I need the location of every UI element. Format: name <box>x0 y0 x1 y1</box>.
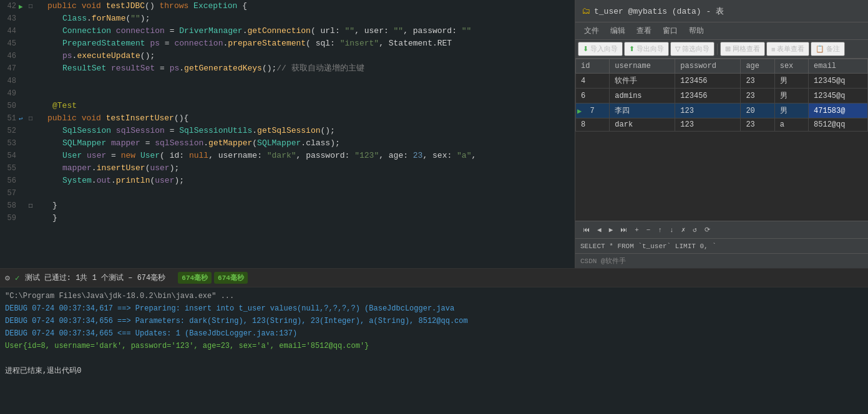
btn-filter[interactable]: ▽ 筛选向导 <box>670 42 714 56</box>
table-row[interactable]: ▶ 7 李四 123 20 男 471583@ <box>576 104 868 118</box>
cell-username: 软件手 <box>610 74 675 89</box>
cell-email: 12345@q <box>809 89 868 104</box>
nav-last[interactable]: ⏭ <box>618 225 630 234</box>
th-id[interactable]: id <box>576 59 610 74</box>
row-cursor-icon: ▶ <box>577 107 582 116</box>
line-num-49: 49 <box>0 89 19 98</box>
console-line-7: 进程已结束,退出代码0 <box>5 365 863 377</box>
menu-help[interactable]: 帮助 <box>684 24 709 37</box>
nav-next[interactable]: ▶ <box>607 225 616 234</box>
table-row[interactable]: 8 dark 123 23 a 8512@qq <box>576 118 868 132</box>
btn-import[interactable]: ⬇ 导入向导 <box>578 42 623 56</box>
menu-view[interactable]: 查看 <box>631 24 656 37</box>
db-title-icon: 🗂 <box>582 6 590 16</box>
menu-edit[interactable]: 编辑 <box>605 24 630 37</box>
grid-icon: ⊞ <box>725 45 731 53</box>
code-editor: 42 ▶ □ 43 44 <box>0 0 575 268</box>
cell-sex: a <box>774 118 808 132</box>
btn-filter-label: 筛选向导 <box>682 44 710 54</box>
gear-icon[interactable]: ⚙ <box>5 273 10 283</box>
gutter-line-50: 50 <box>0 100 37 112</box>
cell-id: 6 <box>576 89 610 104</box>
code-line-48 <box>42 75 575 87</box>
cell-id: 8 <box>576 118 610 132</box>
gutter-line-49: 49 <box>0 87 37 100</box>
cell-username: admins <box>610 89 675 104</box>
th-sex[interactable]: sex <box>774 59 808 74</box>
db-bottom-text: CSDN @软件手 <box>580 256 626 266</box>
btn-grid-view[interactable]: ⊞ 网格查看 <box>720 42 765 56</box>
timing-badge-1: 674毫秒 <box>178 272 212 284</box>
bookmark-58: □ <box>29 203 37 209</box>
cell-email: 8512@qq <box>809 118 868 132</box>
btn-note[interactable]: 📋 备注 <box>811 42 845 56</box>
cell-age: 23 <box>741 89 774 104</box>
code-line-46: ps.executeUpdate(); <box>42 50 575 62</box>
nav-add[interactable]: + <box>632 226 641 234</box>
db-table: id username password age sex email 4 软件手 <box>575 59 868 132</box>
line-gutter: 42 ▶ □ 43 44 <box>0 0 37 268</box>
nav-cancel[interactable]: ✗ <box>679 225 688 234</box>
menu-window[interactable]: 窗口 <box>658 24 683 37</box>
th-age[interactable]: age <box>741 59 774 74</box>
cell-sex: 男 <box>774 74 808 89</box>
form-icon: ≡ <box>771 46 775 53</box>
table-row[interactable]: 6 admins 123456 23 男 12345@q <box>576 89 868 104</box>
th-email[interactable]: email <box>809 59 868 74</box>
line-num-51: 51 <box>0 114 19 123</box>
code-content: 42 ▶ □ 43 44 <box>0 0 575 268</box>
gutter-line-57: 57 <box>0 187 37 200</box>
btn-form-view[interactable]: ≡ 表单查看 <box>766 42 809 56</box>
console-line-4: DEBUG 07-24 00:37:34,665 <== Updates: 1 … <box>5 327 863 340</box>
db-table-container[interactable]: id username password age sex email 4 软件手 <box>575 59 868 221</box>
debug-icon-51: ↩ <box>19 115 29 123</box>
gutter-line-51: 51 ↩ □ <box>0 112 37 125</box>
code-text-area[interactable]: public void testJDBC() throws Exception … <box>37 0 575 268</box>
code-line-49 <box>42 87 575 100</box>
db-title-text: t_user @mybatis (data) - 表 <box>594 6 724 17</box>
code-line-50: @Test <box>42 100 575 112</box>
nav-undo[interactable]: ↺ <box>690 225 700 234</box>
cell-username: dark <box>610 118 675 132</box>
nav-up[interactable]: ↑ <box>655 226 665 234</box>
console-content[interactable]: "C:\Program Files\Java\jdk-18.0.2\bin\ja… <box>0 287 868 414</box>
gutter-line-45: 45 <box>0 37 37 50</box>
gutter-line-55: 55 <box>0 162 37 175</box>
db-toolbar: ⬇ 导入向导 ⬆ 导出向导 ▽ 筛选向导 ⊞ 网格查看 ≡ <box>575 40 868 59</box>
nav-prev[interactable]: ◀ <box>595 225 604 234</box>
th-password[interactable]: password <box>675 59 741 74</box>
nav-refresh[interactable]: ⟳ <box>702 225 713 234</box>
cell-age: 23 <box>741 118 774 132</box>
db-title-bar: 🗂 t_user @mybatis (data) - 表 <box>575 0 868 22</box>
cell-password: 123456 <box>675 89 741 104</box>
code-line-59: } <box>42 212 575 224</box>
table-row[interactable]: 4 软件手 123456 23 男 12345@q <box>576 74 868 89</box>
btn-export[interactable]: ⬆ 导出向导 <box>624 42 669 56</box>
top-section: 42 ▶ □ 43 44 <box>0 0 868 268</box>
nav-down[interactable]: ↓ <box>667 226 676 234</box>
console-line-2: DEBUG 07-24 00:37:34,617 ==> Preparing: … <box>5 302 863 315</box>
th-username[interactable]: username <box>610 59 675 74</box>
nav-remove[interactable]: − <box>644 226 653 234</box>
note-icon: 📋 <box>816 45 824 53</box>
code-line-55: mapper.insertUser(user); <box>42 162 575 175</box>
code-line-47: ResultSet resultSet = ps.getGeneratedKey… <box>42 62 575 75</box>
cell-email: 12345@q <box>809 74 868 89</box>
filter-icon: ▽ <box>675 45 680 53</box>
code-line-51: public void testInsertUser(){ <box>42 112 575 125</box>
toolbar-sep-1 <box>717 44 718 55</box>
gutter-line-59: 59 <box>0 212 37 224</box>
line-num-59: 59 <box>0 214 19 223</box>
cell-sex: 男 <box>774 89 808 104</box>
line-num-58: 58 <box>0 201 19 210</box>
cell-age: 23 <box>741 74 774 89</box>
gutter-line-54: 54 <box>0 150 37 162</box>
run-icon-42[interactable]: ▶ <box>19 2 29 11</box>
line-num-54: 54 <box>0 152 19 160</box>
menu-file[interactable]: 文件 <box>579 24 604 37</box>
line-num-45: 45 <box>0 39 19 48</box>
check-icon: ✓ <box>15 273 20 283</box>
nav-first[interactable]: ⏮ <box>580 225 592 234</box>
line-num-55: 55 <box>0 164 19 173</box>
line-num-52: 52 <box>0 127 19 135</box>
